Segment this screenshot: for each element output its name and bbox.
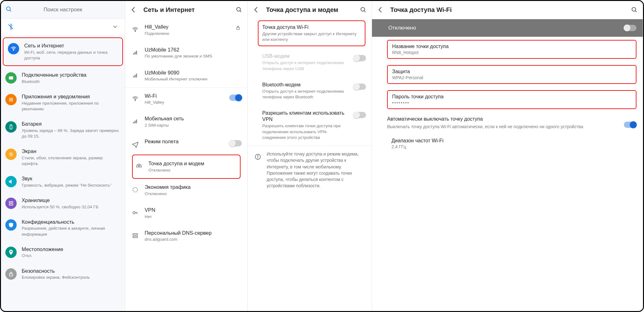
svg-point-3 — [13, 50, 14, 51]
svg-point-22 — [135, 31, 136, 31]
settings-item-connected-devices[interactable]: Подключенные устройстваBluetooth — [1, 67, 125, 89]
hotspot-name-entry[interactable]: Название точки доступа RN8_Hotspot — [387, 40, 636, 59]
svg-rect-31 — [133, 122, 134, 123]
svg-line-45 — [635, 11, 636, 12]
battery-icon — [5, 121, 17, 133]
network-item-data-saver[interactable]: Экономия трафикаОтключено — [125, 179, 247, 202]
network-panel: Сеть и Интернет Hill_ValleyПодключено Uz… — [125, 1, 248, 311]
svg-point-36 — [133, 211, 135, 214]
storage-icon — [5, 198, 17, 209]
chevron-down-icon — [112, 23, 119, 31]
settings-item-privacy[interactable]: КонфиденциальностьРазрешения, действия в… — [1, 214, 125, 242]
wifi-hotspot-panel: Точка доступа Wi-Fi Отключено Название т… — [372, 1, 643, 311]
network-item-hotspot[interactable]: Точка доступа и модемОтключено — [132, 155, 241, 179]
svg-rect-18 — [9, 204, 13, 205]
search-icon[interactable] — [629, 4, 640, 15]
hotspot-password-entry[interactable]: Пароль точки доступа •••••••• — [387, 90, 636, 109]
back-icon[interactable] — [375, 4, 386, 15]
settings-item-apps[interactable]: Приложения и уведомленияНедавние приложе… — [1, 89, 125, 116]
svg-point-11 — [9, 100, 10, 101]
svg-line-1 — [10, 10, 11, 11]
settings-list: Сеть и ИнтернетWi-Fi, моб. сети, передач… — [1, 36, 125, 311]
hotspot-item-usb: USB-модемОткрыть доступ к интернет-подкл… — [248, 48, 372, 76]
hotspot-security-entry[interactable]: Защита WPA2-Personal — [387, 65, 636, 84]
svg-rect-33 — [136, 120, 137, 123]
hotspot-icon — [135, 161, 143, 172]
hotspot-auto-off-toggle[interactable] — [624, 122, 636, 128]
back-icon[interactable] — [128, 4, 139, 15]
settings-item-security[interactable]: БезопасностьБлокировка экрана, Фейсконтр… — [1, 263, 125, 285]
data-saver-icon — [131, 184, 140, 195]
hotspot-item-wifi-hotspot[interactable]: Точка доступа Wi-FiДругим устройствам за… — [258, 20, 365, 46]
svg-point-34 — [138, 165, 140, 167]
hotspot-item-vpn-share[interactable]: Разрешить клиентам использовать VPNРазре… — [248, 105, 372, 145]
settings-item-location[interactable]: МестоположениеОткл. — [1, 242, 125, 263]
svg-rect-32 — [135, 121, 136, 123]
search-icon[interactable] — [358, 4, 369, 15]
svg-point-7 — [12, 98, 13, 99]
hotspot-band-entry[interactable]: Диапазон частот Wi-Fi 2,4 ГГц — [387, 135, 636, 152]
sound-icon — [5, 176, 17, 187]
svg-rect-4 — [9, 76, 13, 79]
network-item-airplane[interactable]: Режим полета — [125, 133, 247, 155]
bluetooth-off-icon — [7, 23, 14, 31]
network-item-mobile[interactable]: Мобильная сеть2 SIM-карты — [125, 110, 247, 133]
info-icon — [253, 151, 262, 162]
location-icon — [5, 247, 17, 258]
hotspot-auto-off-row[interactable]: Автоматически выключать точку доступа Вы… — [387, 116, 636, 130]
vpn-icon — [131, 207, 140, 218]
svg-rect-14 — [10, 125, 12, 129]
svg-rect-38 — [133, 236, 138, 238]
lock-icon — [5, 268, 17, 280]
network-item-dns[interactable]: Персональный DNS-серверdns.adguard.com — [125, 225, 247, 248]
svg-rect-19 — [9, 274, 13, 276]
svg-point-20 — [237, 8, 241, 11]
settings-item-sound[interactable]: ЗвукГромкость, вибрация, режим "Не беспо… — [1, 171, 125, 193]
svg-rect-27 — [133, 76, 134, 78]
svg-point-44 — [632, 8, 636, 11]
bluetooth-tether-toggle[interactable] — [353, 84, 366, 90]
back-icon[interactable] — [251, 4, 262, 15]
settings-item-battery[interactable]: БатареяУровень заряда – 89 %. Заряда хва… — [1, 116, 125, 144]
wifi-toggle[interactable] — [229, 95, 242, 101]
display-icon — [5, 149, 17, 160]
network-item-connected-wifi[interactable]: Hill_ValleyПодключено — [125, 19, 247, 41]
svg-point-6 — [10, 98, 11, 99]
wifi-icon — [131, 93, 140, 104]
settings-item-network[interactable]: Сеть и ИнтернетWi-Fi, моб. сети, передач… — [3, 37, 123, 66]
quick-settings-row[interactable] — [1, 19, 125, 36]
svg-rect-23 — [237, 27, 240, 30]
network-item-sim1[interactable]: UzMobile 1762По умолчанию для звонков и … — [125, 41, 247, 64]
lock-icon — [234, 25, 242, 30]
usb-tether-toggle — [353, 55, 366, 61]
wifi-icon — [8, 43, 19, 54]
hotspot-item-bluetooth[interactable]: Bluetooth-модемОткрыть доступ к интернет… — [248, 77, 372, 105]
network-item-wifi[interactable]: Wi-FiHill_Valley — [125, 88, 247, 111]
svg-point-12 — [10, 100, 11, 101]
devices-icon — [5, 72, 17, 84]
svg-point-13 — [12, 100, 13, 101]
settings-item-storage[interactable]: ХранилищеИспользуется 50 %, свободно 32,… — [1, 193, 125, 214]
search-settings[interactable]: Поиск настроек — [1, 1, 125, 19]
svg-point-10 — [12, 99, 13, 100]
hotspot-main-toggle[interactable] — [624, 25, 636, 31]
hotspot-header: Точка доступа и модем — [248, 1, 372, 19]
svg-rect-26 — [136, 51, 137, 54]
svg-point-35 — [133, 188, 138, 192]
wifi-hotspot-header: Точка доступа Wi-Fi — [372, 1, 643, 19]
vpn-share-toggle[interactable] — [353, 112, 366, 118]
svg-rect-17 — [9, 201, 13, 203]
search-placeholder: Поиск настроек — [44, 7, 82, 13]
hotspot-status-row[interactable]: Отключено — [372, 19, 643, 37]
svg-point-9 — [10, 99, 11, 100]
airplane-toggle[interactable] — [229, 140, 242, 146]
svg-rect-37 — [133, 233, 138, 235]
search-icon[interactable] — [234, 4, 244, 15]
hotspot-panel: Точка доступа и модем Точка доступа Wi-F… — [248, 1, 372, 311]
svg-rect-24 — [133, 53, 134, 55]
network-item-sim2[interactable]: UzMobile 9090Мобильный Интернет отключен — [125, 64, 247, 87]
svg-rect-25 — [135, 52, 136, 54]
settings-item-display[interactable]: ЭкранСтили, обои, отключение экрана, раз… — [1, 144, 125, 171]
wifi-icon — [131, 24, 140, 35]
network-item-vpn[interactable]: VPNНет — [125, 202, 247, 225]
